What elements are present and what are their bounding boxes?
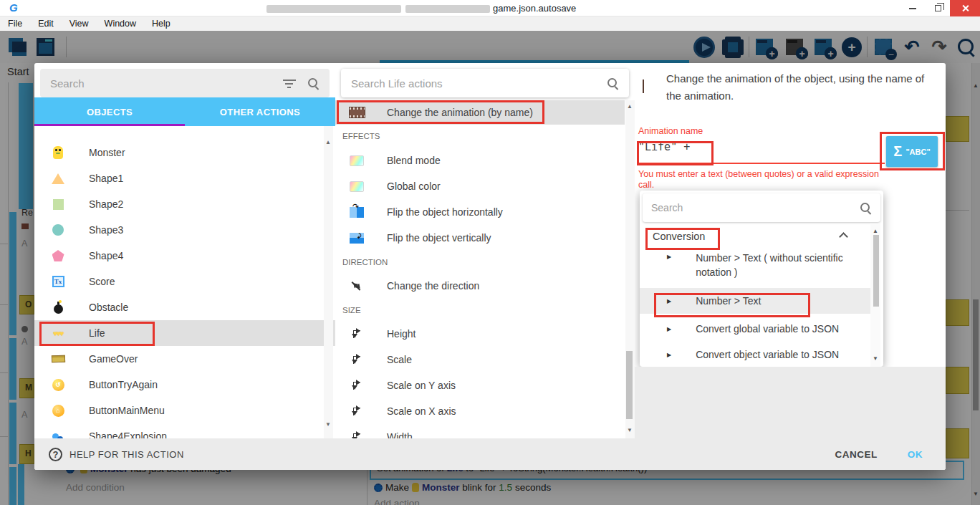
menu-file[interactable]: File <box>0 19 30 29</box>
explosion-icon <box>50 428 66 438</box>
expression-search-input[interactable] <box>651 202 860 213</box>
gdevelop-logo-icon: G <box>9 1 18 14</box>
minimize-button[interactable] <box>901 0 924 16</box>
expression-dropdown: Conversion ▶Number > Text ( without scie… <box>640 191 883 367</box>
help-icon <box>49 448 62 461</box>
expr-global-var-to-json[interactable]: ▶Convert global variable to JSON <box>640 317 870 341</box>
search-icon <box>307 77 320 90</box>
expr-object-var-to-json[interactable]: ▶Convert object variable to JSON <box>640 342 870 367</box>
menu-edit[interactable]: Edit <box>30 19 62 29</box>
animation-name-label: Animation name <box>638 126 703 136</box>
section-header-direction: DIRECTION <box>335 251 635 273</box>
expand-arrow-icon[interactable]: ▶ <box>667 326 671 332</box>
action-row-global-color[interactable]: Global color <box>335 173 635 199</box>
menu-view[interactable]: View <box>62 19 97 29</box>
annotation-expression-button <box>880 132 945 170</box>
menu-help[interactable]: Help <box>144 19 178 29</box>
action-row-change-direction[interactable]: Change the direction <box>335 273 635 299</box>
annotation-life-row <box>39 322 155 346</box>
chevron-up-icon[interactable] <box>839 232 848 241</box>
scroll-down-icon[interactable]: ▼ <box>325 421 331 428</box>
action-editor-dialog: OBJECTS OTHER ACTIONS Monster Shape1 Sha… <box>34 63 946 470</box>
action-row-width[interactable]: Width <box>335 424 635 438</box>
ok-button[interactable]: OK <box>908 449 923 460</box>
restore-button[interactable] <box>926 0 949 16</box>
diagonal-arrows-icon <box>348 278 365 294</box>
search-icon <box>860 202 872 214</box>
close-button[interactable] <box>950 0 980 16</box>
object-row-shape2[interactable]: Shape2 <box>34 191 335 217</box>
error-message: You must enter a text (between quotes) o… <box>638 169 893 191</box>
object-row-score[interactable]: TxScore <box>34 269 335 294</box>
expand-arrow-icon[interactable]: ▶ <box>667 352 671 358</box>
pentagon-icon <box>50 248 66 264</box>
action-description: Change the animation of the object, usin… <box>666 70 933 105</box>
banner-icon <box>50 351 66 367</box>
section-header-effects: EFFECTS <box>335 125 635 148</box>
panel-background <box>635 367 946 438</box>
scroll-up-icon[interactable]: ▲ <box>873 228 878 234</box>
menu-window[interactable]: Window <box>97 19 144 29</box>
scroll-down-icon[interactable]: ▼ <box>873 355 878 362</box>
blurred-title-text <box>405 5 490 13</box>
object-row-obstacle[interactable]: Obstacle <box>34 294 335 320</box>
object-row-monster[interactable]: Monster <box>34 140 335 165</box>
film-icon <box>643 80 644 93</box>
monster-icon <box>50 145 66 160</box>
dialog-footer: HELP FOR THIS ACTION CANCEL OK <box>34 438 946 470</box>
action-row-flip-vertical[interactable]: Flip the object vertically <box>335 225 635 251</box>
retry-button-icon: ↺ <box>50 377 66 393</box>
actions-search[interactable] <box>341 69 629 97</box>
action-row-blend-mode[interactable]: Blend mode <box>335 148 635 173</box>
bomb-icon <box>50 299 66 315</box>
actions-search-input[interactable] <box>351 77 607 90</box>
scrollbar-thumb[interactable] <box>873 235 879 307</box>
tab-other-actions[interactable]: OTHER ACTIONS <box>185 97 335 126</box>
expand-arrow-icon[interactable]: ▶ <box>667 254 671 260</box>
object-row-shape4[interactable]: Shape4 <box>34 243 335 269</box>
object-row-shape4explosion[interactable]: Shape4Explosion <box>34 423 335 438</box>
objects-scrollbar[interactable]: ▲ ▼ <box>324 126 333 438</box>
tab-objects[interactable]: OBJECTS <box>34 97 185 126</box>
object-row-buttontryagain[interactable]: ↺ButtonTryAgain <box>34 372 335 398</box>
annotation-change-animation <box>337 100 544 124</box>
help-link[interactable]: HELP FOR THIS ACTION <box>69 449 184 460</box>
scroll-down-icon[interactable]: ▼ <box>627 427 633 433</box>
menu-bar: File Edit View Window Help <box>0 16 980 31</box>
home-button-icon: ⌂ <box>50 403 66 418</box>
resize-icon <box>348 377 365 393</box>
objects-list: Monster Shape1 Shape2 Shape3 Shape4 TxSc… <box>34 126 335 438</box>
expr-number-to-text-no-sci[interactable]: ▶Number > Text ( without scientific nota… <box>640 251 870 287</box>
flip-horizontal-icon <box>348 204 365 220</box>
object-row-shape3[interactable]: Shape3 <box>34 217 335 243</box>
resize-icon <box>348 352 365 367</box>
objects-search[interactable] <box>40 69 330 97</box>
object-row-buttonmainmenu[interactable]: ⌂ButtonMainMenu <box>34 398 335 423</box>
annotation-conversion-group <box>645 228 720 250</box>
triangle-icon <box>50 170 66 186</box>
window-title: game.json.autosave <box>493 3 576 14</box>
scroll-up-icon[interactable]: ▲ <box>627 103 633 110</box>
object-row-shape1[interactable]: Shape1 <box>34 165 335 191</box>
blurred-title-text <box>266 5 401 13</box>
action-row-scale-y[interactable]: Scale on Y axis <box>335 372 635 398</box>
filter-icon[interactable] <box>283 79 296 88</box>
action-row-height[interactable]: Height <box>335 321 635 347</box>
rainbow-icon <box>348 178 365 194</box>
search-icon <box>607 77 619 90</box>
expression-search[interactable] <box>643 193 880 222</box>
flip-vertical-icon <box>348 230 365 246</box>
scrollbar-thumb[interactable] <box>626 351 633 419</box>
rainbow-icon <box>348 153 365 168</box>
objects-tabs: OBJECTS OTHER ACTIONS <box>34 97 335 126</box>
section-header-size: SIZE <box>335 299 635 321</box>
annotation-number-to-text <box>654 293 810 317</box>
action-row-scale-x[interactable]: Scale on X axis <box>335 398 635 424</box>
action-row-flip-horizontal[interactable]: Flip the object horizontally <box>335 199 635 225</box>
scroll-up-icon[interactable]: ▲ <box>325 139 331 145</box>
objects-search-input[interactable] <box>50 77 283 90</box>
cancel-button[interactable]: CANCEL <box>835 449 878 460</box>
action-row-scale[interactable]: Scale <box>335 347 635 372</box>
object-row-gameover[interactable]: GameOver <box>34 346 335 372</box>
resize-icon <box>348 326 365 342</box>
